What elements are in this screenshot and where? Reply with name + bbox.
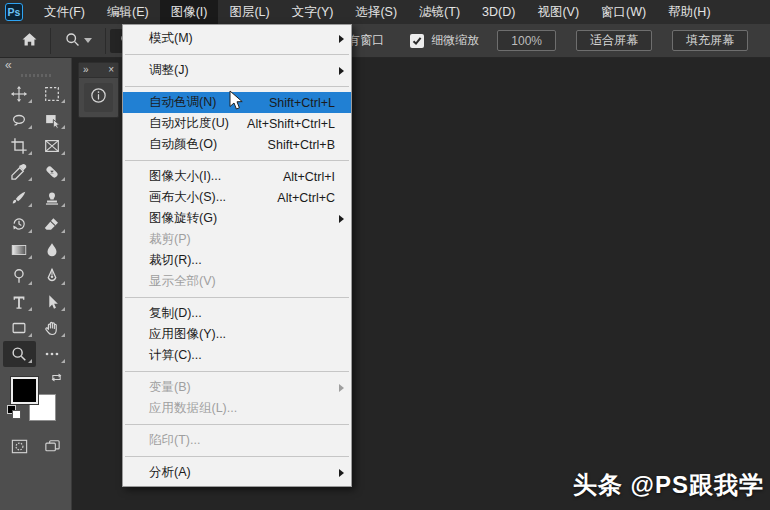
tool-hand[interactable] <box>36 315 69 341</box>
info-panel-collapsed: » × <box>78 62 119 118</box>
menu-item-15[interactable]: 复制(D)... <box>123 303 351 324</box>
info-panel-header: » × <box>79 63 118 78</box>
tool-pen[interactable] <box>36 263 69 289</box>
rectangle-shape-icon <box>10 319 28 337</box>
menu-item-11: 裁剪(P) <box>123 229 351 250</box>
menu-item-label: 变量(B) <box>149 379 191 396</box>
dodge-icon <box>10 267 28 285</box>
hand-icon <box>43 319 61 337</box>
menubar-item-8[interactable]: 视图(V) <box>526 0 590 24</box>
photoshop-window: Ps 文件(F)编辑(E)图像(I)图层(L)文字(Y)选择(S)滤镜(T)3D… <box>0 0 770 510</box>
menu-separator <box>125 297 349 298</box>
blur-icon <box>43 241 61 259</box>
menu-item-label: 显示全部(V) <box>149 273 216 290</box>
home-button[interactable] <box>12 29 46 53</box>
fill-screen-button[interactable]: 填充屏幕 <box>672 30 748 51</box>
menubar-item-7[interactable]: 3D(D) <box>471 0 526 24</box>
menu-item-12[interactable]: 裁切(R)... <box>123 250 351 271</box>
tool-preset-button[interactable] <box>55 29 101 53</box>
tool-frame[interactable] <box>36 133 69 159</box>
submenu-arrow-icon <box>339 35 344 43</box>
tool-object-selection[interactable] <box>36 107 69 133</box>
expand-panel-button[interactable]: » <box>83 65 89 75</box>
menu-item-10[interactable]: 图像旋转(G) <box>123 208 351 229</box>
swap-colors-icon[interactable] <box>50 370 63 388</box>
tool-spot-healing[interactable] <box>36 159 69 185</box>
tool-type[interactable] <box>3 289 36 315</box>
menu-item-2[interactable]: 调整(J) <box>123 60 351 81</box>
foreground-color-swatch[interactable] <box>11 377 38 404</box>
options-separator <box>105 28 106 54</box>
tool-ellipsis[interactable] <box>36 341 69 367</box>
tool-rectangle-shape[interactable] <box>3 315 36 341</box>
menubar: Ps 文件(F)编辑(E)图像(I)图层(L)文字(Y)选择(S)滤镜(T)3D… <box>0 0 770 24</box>
menu-item-9[interactable]: 画布大小(S)...Alt+Ctrl+C <box>123 187 351 208</box>
menubar-item-5[interactable]: 选择(S) <box>344 0 408 24</box>
zoom-100-button[interactable]: 100% <box>497 30 556 51</box>
menubar-item-6[interactable]: 滤镜(T) <box>408 0 471 24</box>
info-panel-button[interactable] <box>84 83 113 112</box>
menubar-item-4[interactable]: 文字(Y) <box>281 0 345 24</box>
zoom-tool-icon <box>64 31 81 51</box>
tool-dodge[interactable] <box>3 263 36 289</box>
tool-eraser[interactable] <box>36 211 69 237</box>
tool-lasso[interactable] <box>3 107 36 133</box>
menu-item-24[interactable]: 分析(A) <box>123 462 351 483</box>
eyedropper-icon <box>10 163 28 181</box>
history-brush-icon <box>10 215 28 233</box>
mouse-cursor-icon <box>229 90 245 116</box>
tool-gradient[interactable] <box>3 237 36 263</box>
menubar-item-2[interactable]: 图像(I) <box>160 0 219 24</box>
menubar-item-3[interactable]: 图层(L) <box>218 0 280 24</box>
checkbox-checked-icon <box>410 34 424 48</box>
tool-zoom[interactable] <box>3 341 36 367</box>
menu-item-label: 应用图像(Y)... <box>149 326 226 343</box>
menu-separator <box>125 160 349 161</box>
submenu-arrow-icon <box>339 469 344 477</box>
menu-item-6[interactable]: 自动颜色(O)Shift+Ctrl+B <box>123 134 351 155</box>
tool-move[interactable] <box>3 81 36 107</box>
crop-icon <box>10 137 28 155</box>
quick-mask-button[interactable] <box>10 437 29 460</box>
menu-item-16[interactable]: 应用图像(Y)... <box>123 324 351 345</box>
menubar-item-1[interactable]: 编辑(E) <box>96 0 160 24</box>
menu-item-0[interactable]: 模式(M) <box>123 28 351 49</box>
lasso-icon <box>10 111 28 129</box>
menu-item-5[interactable]: 自动对比度(U)Alt+Shift+Ctrl+L <box>123 113 351 134</box>
panel-grip[interactable] <box>21 74 51 77</box>
tool-history-brush[interactable] <box>3 211 36 237</box>
fit-screen-button[interactable]: 适合屏幕 <box>576 30 652 51</box>
menu-item-17[interactable]: 计算(C)... <box>123 345 351 366</box>
tool-grid <box>0 81 71 367</box>
tool-blur[interactable] <box>36 237 69 263</box>
menu-item-8[interactable]: 图像大小(I)...Alt+Ctrl+I <box>123 166 351 187</box>
scrubby-zoom-checkbox[interactable]: 细微缩放 <box>410 32 479 49</box>
menu-item-label: 陷印(T)... <box>149 432 200 449</box>
collapse-panel-button[interactable]: « <box>0 58 71 72</box>
tool-path-selection[interactable] <box>36 289 69 315</box>
menubar-item-0[interactable]: 文件(F) <box>33 0 96 24</box>
type-icon <box>10 293 28 311</box>
default-colors-icon[interactable] <box>7 405 21 419</box>
menubar-item-10[interactable]: 帮助(H) <box>657 0 721 24</box>
home-icon <box>21 31 38 51</box>
tool-marquee[interactable] <box>36 81 69 107</box>
screen-mode-button[interactable] <box>43 437 62 460</box>
menu-item-shortcut: Alt+Ctrl+C <box>277 191 335 205</box>
menu-item-20: 应用数据组(L)... <box>123 398 351 419</box>
color-swatches <box>7 373 65 425</box>
tool-brush[interactable] <box>3 185 36 211</box>
close-panel-button[interactable]: × <box>108 65 114 75</box>
spot-healing-icon <box>43 163 61 181</box>
menubar-item-9[interactable]: 窗口(W) <box>590 0 657 24</box>
photoshop-logo-icon[interactable]: Ps <box>5 3 23 21</box>
tool-crop[interactable] <box>3 133 36 159</box>
menu-item-label: 画布大小(S)... <box>149 189 226 206</box>
menu-item-label: 自动色调(N) <box>149 94 216 111</box>
zoom-icon <box>10 345 28 363</box>
tool-clone-stamp[interactable] <box>36 185 69 211</box>
menu-item-19: 变量(B) <box>123 377 351 398</box>
menu-item-label: 应用数据组(L)... <box>149 400 237 417</box>
submenu-arrow-icon <box>339 384 344 392</box>
tool-eyedropper[interactable] <box>3 159 36 185</box>
